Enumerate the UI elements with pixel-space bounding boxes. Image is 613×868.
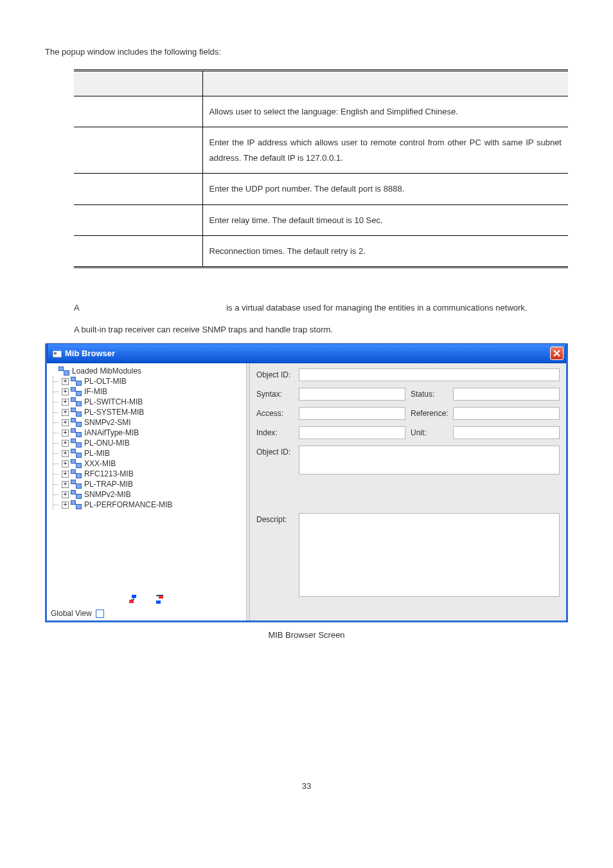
field-desc-cell: Allows user to select the language: Engl… bbox=[202, 96, 568, 127]
close-button[interactable] bbox=[550, 347, 564, 360]
mib-module-icon bbox=[58, 366, 70, 375]
tree-item[interactable]: +PL-MIB bbox=[53, 448, 244, 458]
tree-item[interactable]: +XXX-MIB bbox=[53, 458, 244, 469]
tree-toolbar bbox=[47, 592, 246, 606]
svg-rect-1 bbox=[53, 349, 62, 351]
tree-item-label: IF-MIB bbox=[84, 387, 107, 396]
para1-suffix: is a virtual database used for managing … bbox=[224, 303, 528, 312]
section-paragraph-2: A built-in trap receiver can receive SNM… bbox=[74, 322, 568, 337]
input-status[interactable] bbox=[453, 388, 560, 401]
expand-icon[interactable]: + bbox=[62, 409, 69, 416]
figure-caption: MIB Browser Screen bbox=[45, 630, 568, 640]
tree-item-label: PL-MIB bbox=[84, 449, 110, 458]
field-desc-cell: Enter the UDP port number. The default p… bbox=[202, 174, 568, 204]
table-row: Enter the UDP port number. The default p… bbox=[74, 174, 568, 204]
input-syntax[interactable] bbox=[299, 388, 405, 401]
tree-item-label: PL-TRAP-MIB bbox=[84, 480, 133, 489]
mib-module-icon bbox=[71, 449, 82, 458]
mib-module-icon bbox=[71, 500, 82, 509]
tree-item[interactable]: +PL-OLT-MIB bbox=[53, 376, 244, 386]
fields-header-col1 bbox=[74, 71, 202, 96]
field-name-cell bbox=[74, 127, 202, 174]
tree-item[interactable]: +PL-SWITCH-MIB bbox=[53, 397, 244, 407]
input-index[interactable] bbox=[299, 426, 405, 439]
svg-rect-3 bbox=[132, 595, 136, 598]
tree-item[interactable]: +SNMPv2-MIB bbox=[53, 489, 244, 500]
expand-icon[interactable]: + bbox=[62, 471, 69, 478]
tree-item-label: XXX-MIB bbox=[84, 459, 116, 468]
field-desc-cell: Enter relay time. The default timeout is… bbox=[202, 204, 568, 235]
expand-icon[interactable]: + bbox=[62, 388, 69, 395]
window-icon bbox=[53, 349, 62, 357]
expand-icon[interactable]: + bbox=[62, 399, 69, 406]
detail-panel: Object ID: Syntax: Status: bbox=[250, 363, 566, 620]
input-object-id[interactable] bbox=[299, 368, 560, 381]
label-descript: Descript: bbox=[256, 513, 296, 524]
tree-item[interactable]: +IANAifType-MIB bbox=[53, 428, 244, 438]
mib-browser-window: Mib Browser Loaded MibModules +PL-OLT-MI… bbox=[45, 343, 568, 622]
table-row: Enter relay time. The default timeout is… bbox=[74, 204, 568, 235]
tree-item[interactable]: +PL-SYSTEM-MIB bbox=[53, 407, 244, 417]
expand-icon[interactable]: + bbox=[62, 491, 69, 498]
intro-text: The popup window includes the following … bbox=[45, 47, 568, 57]
label-syntax: Syntax: bbox=[256, 388, 296, 399]
label-object-id: Object ID: bbox=[256, 368, 296, 379]
field-name-cell bbox=[74, 96, 202, 127]
tree-item[interactable]: +PL-TRAP-MIB bbox=[53, 479, 244, 489]
tree-item-label: PL-SYSTEM-MIB bbox=[84, 408, 144, 417]
fields-table: Allows user to select the language: Engl… bbox=[74, 69, 568, 268]
tree-panel: Loaded MibModules +PL-OLT-MIB+IF-MIB+PL-… bbox=[47, 363, 246, 620]
expand-icon[interactable]: + bbox=[62, 502, 69, 509]
mib-module-icon bbox=[71, 377, 82, 386]
tree-root[interactable]: Loaded MibModules bbox=[49, 366, 244, 376]
toolbar-icon-2[interactable] bbox=[154, 593, 165, 605]
label-unit: Unit: bbox=[411, 426, 450, 437]
tree-item-label: SNMPv2-SMI bbox=[84, 418, 131, 427]
expand-icon[interactable]: + bbox=[62, 378, 69, 385]
input-object-id2[interactable] bbox=[299, 446, 560, 475]
field-name-cell bbox=[74, 174, 202, 204]
tree-item[interactable]: +PL-ONU-MIB bbox=[53, 438, 244, 448]
input-unit[interactable] bbox=[453, 426, 560, 439]
fields-header-row bbox=[74, 71, 568, 96]
fields-header-col2 bbox=[202, 71, 568, 96]
table-row: Allows user to select the language: Engl… bbox=[74, 96, 568, 127]
tree-item-label: PL-OLT-MIB bbox=[84, 377, 127, 386]
expand-icon[interactable]: + bbox=[62, 419, 69, 426]
field-name-cell bbox=[74, 235, 202, 267]
toolbar-icon-1[interactable] bbox=[128, 593, 139, 605]
mib-module-icon bbox=[71, 480, 82, 489]
svg-rect-6 bbox=[156, 601, 161, 604]
tree-item[interactable]: +IF-MIB bbox=[53, 386, 244, 397]
input-descript[interactable] bbox=[299, 513, 560, 597]
label-object-id2: Object ID: bbox=[256, 446, 296, 457]
tree-item-label: PL-SWITCH-MIB bbox=[84, 397, 143, 406]
field-desc-cell: Reconnection times. The default retry is… bbox=[202, 235, 568, 267]
expand-icon[interactable]: + bbox=[62, 460, 69, 467]
tree-item[interactable]: +PL-PERFORMANCE-MIB bbox=[53, 500, 244, 510]
expand-icon[interactable]: + bbox=[62, 429, 69, 437]
tree-item-label: SNMPv2-MIB bbox=[84, 490, 131, 499]
input-reference[interactable] bbox=[453, 407, 560, 420]
field-name-cell bbox=[74, 204, 202, 235]
expand-icon[interactable]: + bbox=[62, 450, 69, 457]
mib-module-icon bbox=[71, 469, 82, 478]
expand-icon[interactable]: + bbox=[62, 440, 69, 447]
global-view-row: Global View bbox=[47, 606, 246, 620]
expand-icon[interactable]: + bbox=[62, 481, 69, 488]
tree-item-label: IANAifType-MIB bbox=[84, 428, 139, 437]
mib-module-icon bbox=[71, 418, 82, 427]
global-view-checkbox[interactable] bbox=[96, 610, 104, 618]
tree-item[interactable]: +SNMPv2-SMI bbox=[53, 417, 244, 428]
input-access[interactable] bbox=[299, 407, 405, 420]
table-row: Enter the IP address which allows user t… bbox=[74, 127, 568, 174]
tree-item[interactable]: +RFC1213-MIB bbox=[53, 469, 244, 479]
tree-item-label: PL-PERFORMANCE-MIB bbox=[84, 500, 172, 509]
para1-prefix: A bbox=[74, 303, 82, 312]
label-index: Index: bbox=[256, 426, 296, 437]
table-row: Reconnection times. The default retry is… bbox=[74, 235, 568, 267]
svg-rect-5 bbox=[159, 595, 163, 599]
label-access: Access: bbox=[256, 407, 296, 418]
mib-module-icon bbox=[71, 428, 82, 437]
close-icon bbox=[553, 350, 560, 357]
